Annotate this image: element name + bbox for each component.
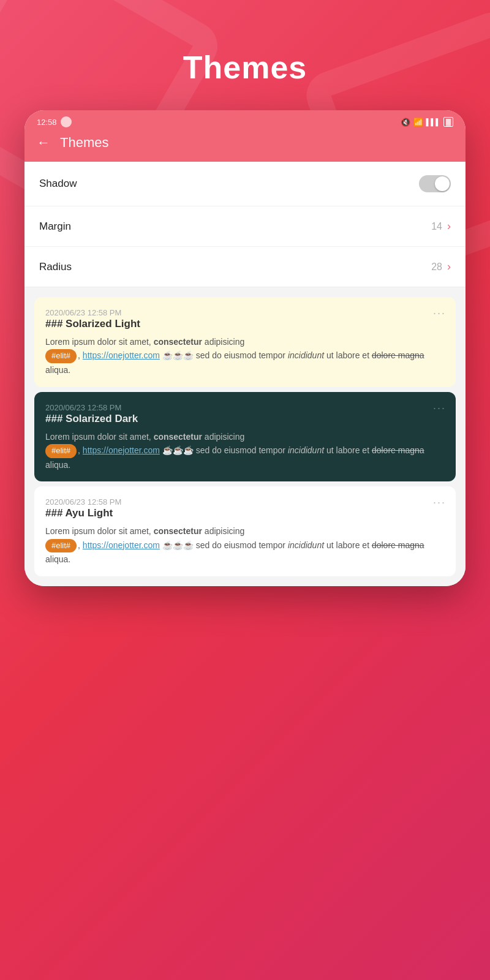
body-mid-1: adipisicing [202,337,244,347]
card-title-text-solarized-light: ### Solarized Light [45,318,140,330]
card-body-ayu-light: Lorem ipsum dolor sit amet, consectetur … [45,524,445,567]
status-right: 🔇 📶 ▌▌▌ ▓ [401,117,453,127]
wifi-icon: 📶 [413,118,423,127]
app-bar-title: Themes [60,135,108,151]
settings-row-margin[interactable]: Margin 14 › [24,206,466,247]
status-left: 12:58 ⊕ [37,116,72,127]
status-time: 12:58 [37,118,57,127]
body-end-2: aliqua. [45,460,70,470]
page-title: Themes [12,49,478,86]
body-bold-2: consectetur [154,432,202,442]
settings-section: Shadow Margin 14 › Radius 28 › [24,162,466,287]
shadow-toggle[interactable] [419,175,451,192]
card-body-solarized-dark: Lorem ipsum dolor sit amet, consectetur … [45,430,445,472]
theme-card-ayu-light[interactable]: 2020/06/23 12:58 PM ··· ### Ayu Light Lo… [34,486,456,576]
card-date-solarized-dark: 2020/06/23 12:58 PM [45,403,121,412]
body-end-1: aliqua. [45,365,70,375]
card-link-2[interactable]: https://onejotter.com [83,445,160,455]
margin-control: 14 › [431,220,451,233]
body-italic-1: incididunt [288,350,324,360]
comma-2: , [78,445,83,455]
body-after-link-2: sed do eiusmod tempor [194,445,288,455]
radius-chevron-icon: › [447,260,451,273]
app-bar: ← Themes [24,127,466,162]
margin-value: 14 [431,221,442,232]
tag-badge-1: #elit# [45,349,77,363]
card-body-solarized-light: Lorem ipsum dolor sit amet, consectetur … [45,335,445,377]
status-bar: 12:58 ⊕ 🔇 📶 ▌▌▌ ▓ [24,110,466,127]
body-strike-3: dolore magna [372,540,424,550]
body-bold-3: consectetur [154,526,202,536]
back-button[interactable]: ← [37,135,50,151]
body-after-italic-2: ut labore et [324,445,372,455]
card-title-solarized-light: ### Solarized Light [45,318,445,330]
shadow-control [419,175,451,192]
radius-control: 28 › [431,260,451,273]
card-title-solarized-dark: ### Solarized Dark [45,413,445,425]
card-menu-icon-ayu-light[interactable]: ··· [433,496,446,509]
radius-value: 28 [431,262,442,273]
body-after-link-3: sed do eiusmod tempor [194,540,288,550]
emojis-3: ☕☕☕ [160,540,194,550]
page-title-area: Themes [0,0,490,110]
margin-label: Margin [39,221,71,233]
body-after-link-1: sed do eiusmod tempor [194,350,288,360]
body-after-italic-3: ut labore et [324,540,372,550]
settings-row-radius[interactable]: Radius 28 › [24,247,466,287]
signal-icon: ▌▌▌ [426,118,440,126]
card-date-solarized-light: 2020/06/23 12:58 PM [45,308,121,317]
phone-frame: 12:58 ⊕ 🔇 📶 ▌▌▌ ▓ ← Themes Shadow Margin… [24,110,466,586]
body-prefix-2: Lorem ipsum dolor sit amet, [45,432,154,442]
body-strike-1: dolore magna [372,350,424,360]
card-menu-icon-solarized-light[interactable]: ··· [433,307,446,320]
body-italic-2: incididunt [288,445,324,455]
settings-row-shadow: Shadow [24,162,466,206]
comma-3: , [78,540,83,550]
body-prefix-1: Lorem ipsum dolor sit amet, [45,337,154,347]
mute-icon: 🔇 [401,118,410,127]
emojis-2: ☕☕☕ [160,445,194,455]
status-dot-icon: ⊕ [61,116,72,127]
body-prefix-3: Lorem ipsum dolor sit amet, [45,526,154,536]
theme-card-solarized-dark[interactable]: 2020/06/23 12:58 PM ··· ### Solarized Da… [34,392,456,482]
theme-card-solarized-light[interactable]: 2020/06/23 12:58 PM ··· ### Solarized Li… [34,297,456,387]
shadow-label: Shadow [39,178,77,190]
card-title-text-ayu-light: ### Ayu Light [45,507,113,519]
battery-icon: ▓ [443,117,453,127]
tag-badge-3: #elit# [45,539,77,553]
tag-badge-2: #elit# [45,444,77,458]
card-date-ayu-light: 2020/06/23 12:58 PM [45,497,121,507]
body-strike-2: dolore magna [372,445,424,455]
body-end-3: aliqua. [45,554,70,564]
comma-1: , [78,350,83,360]
body-mid-3: adipisicing [202,526,244,536]
emojis-1: ☕☕☕ [160,350,194,360]
card-menu-icon-solarized-dark[interactable]: ··· [433,402,446,415]
body-italic-3: incididunt [288,540,324,550]
body-bold-1: consectetur [154,337,202,347]
body-mid-2: adipisicing [202,432,244,442]
card-link-3[interactable]: https://onejotter.com [83,540,160,550]
body-after-italic-1: ut labore et [324,350,372,360]
themes-list: 2020/06/23 12:58 PM ··· ### Solarized Li… [24,287,466,586]
margin-chevron-icon: › [447,220,451,233]
card-link-1[interactable]: https://onejotter.com [83,350,160,360]
card-title-text-solarized-dark: ### Solarized Dark [45,413,138,424]
radius-label: Radius [39,261,72,273]
card-title-ayu-light: ### Ayu Light [45,507,445,519]
